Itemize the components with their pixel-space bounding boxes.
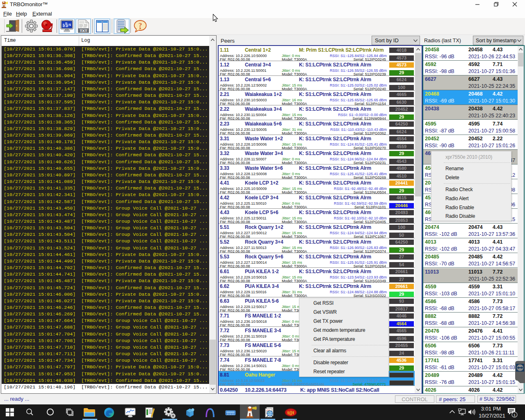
svg-text:t@t: t@t: [288, 411, 294, 415]
svg-text:?: ?: [139, 21, 142, 29]
svg-text:1: 1: [514, 413, 516, 417]
svg-text:TXT: TXT: [80, 28, 87, 33]
